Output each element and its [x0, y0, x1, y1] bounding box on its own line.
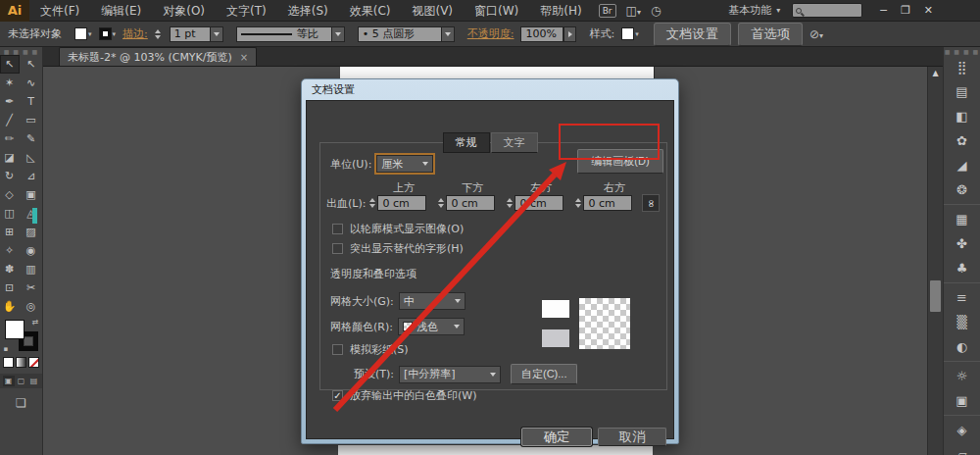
dock-grip[interactable]: ■ ■ ■ ■	[944, 47, 980, 55]
bleed-left-stepper[interactable]	[507, 198, 513, 208]
style-picker[interactable]: ▾	[621, 27, 639, 40]
preset-dropdown[interactable]: [中分辨率]	[399, 366, 501, 383]
artboards-panel-icon[interactable]: ▱	[944, 442, 980, 455]
color-guide-panel-icon[interactable]: ✿	[944, 128, 980, 153]
default-fill-stroke-icon[interactable]: ▪	[4, 345, 9, 353]
close-button[interactable]: ✕	[924, 4, 933, 17]
highlight-glyphs-checkbox[interactable]	[332, 243, 343, 254]
rotate-tool[interactable]: ↻	[0, 167, 20, 185]
width-tool[interactable]: ◇	[0, 185, 20, 204]
brush-definition-dropdown[interactable]	[442, 26, 455, 42]
unit-dropdown[interactable]: 厘米	[376, 155, 433, 173]
selection-tool[interactable]: ↖	[0, 55, 20, 74]
perspective-grid-tool[interactable]: ◬	[22, 204, 41, 223]
opacity-link[interactable]: 不透明度:	[467, 26, 514, 41]
scrollbar-thumb[interactable]	[930, 280, 941, 312]
preferences-button[interactable]: 首选项	[738, 23, 803, 46]
pathfinder-panel-icon[interactable]: ◧	[944, 104, 980, 128]
fill-color-picker[interactable]: ▾	[74, 27, 92, 40]
restore-button[interactable]: ❐	[901, 4, 910, 17]
magic-wand-tool[interactable]: ✶	[0, 74, 20, 92]
tab-general[interactable]: 常规	[443, 132, 490, 153]
menu-file[interactable]: 文件(F)	[29, 0, 90, 22]
menu-type[interactable]: 文字(T)	[216, 0, 277, 22]
custom-button[interactable]: 自定(C)...	[511, 364, 577, 384]
hidden-panel-tab[interactable]	[32, 208, 37, 224]
symbol-sprayer-tool[interactable]: ✽	[0, 260, 20, 278]
fill-stroke-control[interactable]: ⇄ ▪	[5, 320, 38, 351]
width-profile-field[interactable]: 等比	[236, 26, 332, 42]
gradient-tool[interactable]: ▨	[22, 223, 41, 241]
gradient-panel-icon[interactable]: ▒	[944, 310, 980, 334]
minimize-button[interactable]: ─	[880, 4, 887, 17]
workspace-switcher[interactable]: 基本功能▾	[728, 3, 780, 18]
eraser-tool[interactable]: ◺	[22, 148, 41, 167]
cancel-button[interactable]: 取消	[598, 428, 666, 446]
direct-selection-tool[interactable]: ↖	[22, 55, 41, 74]
tab-type[interactable]: 文字	[491, 132, 538, 153]
outline-images-checkbox[interactable]	[332, 224, 343, 234]
menu-select[interactable]: 选择(S)	[277, 0, 339, 22]
graphic-styles-panel-icon[interactable]: ▣	[944, 388, 980, 413]
symbol-tools-panel-icon[interactable]: ❂	[944, 177, 980, 202]
arrange-documents-icon[interactable]: ◫▾	[626, 4, 641, 18]
mesh-tool[interactable]: ⊞	[0, 223, 20, 241]
gradient-button[interactable]	[16, 357, 26, 368]
draw-normal-mode[interactable]: ▣	[3, 376, 15, 386]
menu-edit[interactable]: 编辑(E)	[90, 0, 152, 22]
brush-definition-field[interactable]: • 5 点圆形	[358, 26, 442, 42]
bleed-top-stepper[interactable]	[369, 198, 375, 208]
hand-tool[interactable]: ✋	[0, 297, 20, 316]
transparency-panel-icon[interactable]: ◐	[944, 334, 980, 359]
paintbrush-tool[interactable]: ✏	[0, 129, 20, 148]
menu-view[interactable]: 视图(V)	[401, 0, 464, 22]
bleed-right-field[interactable]: 0 cm	[583, 195, 632, 211]
color-panel-icon[interactable]: ⣿	[944, 55, 980, 79]
bleed-top-field[interactable]: 0 cm	[377, 195, 426, 211]
vertical-scrollbar[interactable]: ▲	[927, 67, 943, 455]
shape-builder-tool[interactable]: ◫	[0, 204, 20, 223]
document-tab[interactable]: 未标题-2* @ 103% (CMYK/预览) ×	[59, 47, 257, 66]
bridge-button[interactable]: Br	[599, 4, 616, 18]
swatches-panel-icon[interactable]: ▦	[944, 207, 980, 231]
align-panel-icon[interactable]: ▤	[944, 79, 980, 104]
stroke-width-dropdown[interactable]	[211, 26, 223, 42]
gradient-fan-panel-icon[interactable]: ◢	[944, 153, 980, 177]
draw-behind-mode[interactable]: ▢	[16, 376, 27, 386]
opacity-arrow-button[interactable]	[564, 26, 576, 42]
style-swatch[interactable]	[621, 27, 634, 40]
eyedropper-tool[interactable]: ✧	[0, 241, 20, 260]
column-graph-tool[interactable]: ▥	[22, 260, 41, 278]
color-button[interactable]	[3, 357, 14, 368]
grid-color-dropdown[interactable]: 浅色	[398, 318, 465, 335]
screen-mode-icon[interactable]: ❏	[0, 396, 42, 410]
opacity-field[interactable]: 100%	[520, 26, 564, 42]
fill-proxy[interactable]	[5, 320, 24, 339]
bleed-bottom-stepper[interactable]	[438, 198, 444, 208]
stroke-panel-icon[interactable]: ≡	[944, 285, 980, 310]
stroke-width-stepper[interactable]	[155, 29, 161, 39]
stroke-panel-link[interactable]: 描边:	[122, 26, 148, 41]
lasso-tool[interactable]: ∿	[22, 74, 41, 92]
scroll-up-icon[interactable]: ▲	[928, 67, 943, 77]
menu-help[interactable]: 帮助(H)	[529, 0, 592, 22]
status-icon[interactable]: ◷	[651, 4, 661, 18]
bleed-bottom-field[interactable]: 0 cm	[446, 195, 495, 211]
scale-tool[interactable]: ⊿	[22, 167, 41, 185]
swap-fill-stroke-icon[interactable]: ⇄	[32, 318, 39, 327]
search-input[interactable]	[792, 3, 862, 18]
grid-size-dropdown[interactable]: 中	[399, 292, 466, 310]
bleed-right-stepper[interactable]	[575, 198, 581, 208]
line-segment-tool[interactable]: ╱	[0, 111, 20, 129]
document-setup-button[interactable]: 文档设置	[654, 23, 731, 46]
artboard-tool[interactable]: ⊡	[0, 278, 20, 297]
stroke-swatch[interactable]	[99, 27, 112, 40]
stroke-color-picker[interactable]: ▾	[99, 27, 117, 40]
simulate-paper-checkbox[interactable]	[332, 344, 343, 355]
rectangle-tool[interactable]: ▭	[22, 111, 41, 129]
dialog-title[interactable]: 文档设置	[302, 79, 678, 100]
discard-white-overprint-checkbox[interactable]: ✓	[332, 390, 343, 401]
bleed-left-field[interactable]: 0 cm	[514, 195, 564, 211]
pen-tool[interactable]: ✒	[0, 92, 20, 111]
slice-tool[interactable]: ✂	[22, 278, 41, 297]
